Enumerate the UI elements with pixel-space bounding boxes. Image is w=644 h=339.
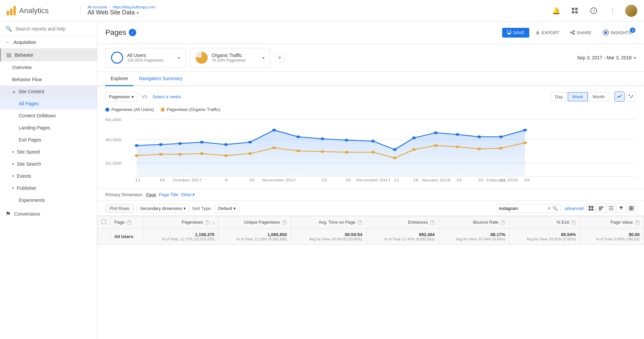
plot-rows-button[interactable]: Plot Rows xyxy=(105,204,134,213)
page-value-help-icon[interactable]: ? xyxy=(635,220,640,225)
table-view-grid[interactable] xyxy=(586,204,596,213)
sidebar-item-exit-pages[interactable]: Exit Pages xyxy=(0,134,97,146)
insights-button[interactable]: INSIGHTS 3 xyxy=(598,27,636,38)
all-users-bounce-rate-cell: 88.17% Avg for View: 87.64% (0.60%) xyxy=(439,229,509,245)
select-all-checkbox[interactable] xyxy=(102,220,106,224)
breadcrumb-account[interactable]: All accounts xyxy=(88,5,107,9)
svg-text:?: ? xyxy=(593,8,595,13)
svg-rect-7 xyxy=(508,33,510,35)
advanced-link[interactable]: advanced xyxy=(565,206,584,211)
scatter-chart-button[interactable] xyxy=(626,92,636,102)
date-range-selector[interactable]: Sep 3, 2017 - Mar 3, 2018 ▾ xyxy=(577,55,636,60)
add-segment-button[interactable]: + xyxy=(274,52,285,63)
col-header-page-value: Page Value ? xyxy=(580,216,644,229)
primary-dimension-bar: Primary Dimension: Page Page Title Other… xyxy=(97,189,644,201)
time-btn-week[interactable]: Week xyxy=(568,92,588,101)
sidebar-item-publisher[interactable]: ▾ Publisher xyxy=(0,182,97,194)
col-header-bounce-rate: Bounce Rate ? xyxy=(439,216,509,229)
sidebar-search-input[interactable] xyxy=(15,26,92,32)
sidebar-item-behavior[interactable]: ▤ Behavior xyxy=(0,48,97,61)
behavior-icon: ▤ xyxy=(6,52,11,58)
primary-dim-other-dropdown[interactable]: Other ▾ xyxy=(181,192,195,197)
segment-card-all-users[interactable]: All Users 100.00% Pageviews ▾ xyxy=(105,48,186,67)
tabs-bar: Explorer Navigation Summary xyxy=(97,72,644,86)
apps-grid-button[interactable] xyxy=(569,5,581,17)
all-users-entrances-sub: % of Total: 11.42% (8,692,691) xyxy=(371,237,435,241)
tab-explorer[interactable]: Explorer xyxy=(105,72,133,86)
account-selector[interactable]: All Web Site Data ▾ xyxy=(88,9,155,16)
logo-icon xyxy=(7,6,16,15)
bounce-rate-help-icon[interactable]: ? xyxy=(500,220,505,225)
sidebar-item-site-speed[interactable]: ▾ Site Speed xyxy=(0,146,97,158)
table-search-input[interactable] xyxy=(499,206,546,211)
table-view-list[interactable] xyxy=(606,204,616,213)
svg-point-25 xyxy=(159,143,163,146)
svg-point-14 xyxy=(630,97,632,98)
more-menu-button[interactable]: ⋮ xyxy=(606,5,619,17)
segment-name-organic: Organic Traffic xyxy=(212,53,258,58)
sidebar-item-events[interactable]: ▾ Events xyxy=(0,170,97,182)
save-button[interactable]: SAVE xyxy=(502,28,529,38)
sidebar-item-all-pages[interactable]: All Pages xyxy=(0,98,97,110)
primary-dim-page[interactable]: Page xyxy=(146,192,156,197)
all-users-pageviews-sub: % of Total: 11.17% (10,370,203) xyxy=(148,237,214,241)
segment-bar: All Users 100.00% Pageviews ▾ Organic Tr… xyxy=(97,44,644,72)
sidebar-item-landing-pages[interactable]: Landing Pages xyxy=(0,122,97,134)
all-users-pct-exit-sub: Avg for View: 83.82% (2.05%) xyxy=(514,237,576,241)
sidebar-item-content-drilldown[interactable]: Content Drilldown xyxy=(0,110,97,122)
legend-label-all-users: Pageviews (All Users) xyxy=(111,107,154,112)
table-view-filter[interactable] xyxy=(616,204,626,213)
pageviews-help-icon[interactable]: ? xyxy=(205,220,210,225)
sidebar-item-label: Exit Pages xyxy=(19,137,41,143)
sidebar-search-icon: 🔍 xyxy=(5,25,12,32)
unique-pageviews-help-icon[interactable]: ? xyxy=(282,220,287,225)
sidebar-item-behavior-flow[interactable]: Behavior Flow xyxy=(0,73,97,86)
sidebar-item-overview[interactable]: Overview xyxy=(0,61,97,73)
sidebar-item-experiments[interactable]: Experiments xyxy=(0,194,97,206)
sidebar-item-conversions[interactable]: ⚑ Conversions xyxy=(0,206,97,222)
legend-dot-orange xyxy=(161,108,165,112)
svg-point-26 xyxy=(178,142,182,145)
table-view-pivot[interactable] xyxy=(627,204,636,213)
sort-type-dropdown[interactable]: Default ▾ xyxy=(215,204,239,213)
export-button[interactable]: EXPORT xyxy=(531,28,564,38)
share-button[interactable]: SHARE xyxy=(566,28,596,38)
sidebar-item-label: All Pages xyxy=(19,101,39,106)
notifications-button[interactable]: 🔔 xyxy=(550,5,562,17)
svg-rect-87 xyxy=(629,206,631,208)
line-chart-button[interactable] xyxy=(614,92,625,102)
avg-time-help-icon[interactable]: ? xyxy=(358,220,362,225)
avatar[interactable] xyxy=(625,5,637,17)
svg-text:16: 16 xyxy=(249,178,255,182)
svg-text:9: 9 xyxy=(225,178,228,182)
sidebar-item-acquisition[interactable]: ← Acquisition xyxy=(0,36,97,48)
svg-point-43 xyxy=(159,153,163,156)
svg-rect-77 xyxy=(589,206,591,208)
svg-rect-89 xyxy=(629,209,631,210)
page-help-icon[interactable]: ? xyxy=(127,220,131,225)
breadcrumb-url[interactable]: https://blog.bufferapp.com xyxy=(113,5,155,9)
pageviews-sort-icon[interactable]: ↓ xyxy=(212,220,215,225)
svg-marker-23 xyxy=(137,130,525,176)
svg-point-33 xyxy=(344,139,348,142)
secondary-dimension-dropdown[interactable]: Secondary dimension ▾ xyxy=(137,204,190,213)
primary-dim-page-title[interactable]: Page Title xyxy=(159,192,178,197)
segment-card-organic[interactable]: Organic Traffic 76.18% Pageviews ▾ xyxy=(190,48,270,67)
pct-exit-help-icon[interactable]: ? xyxy=(571,220,576,225)
account-dropdown-arrow: ▾ xyxy=(137,10,139,15)
tab-navigation-summary[interactable]: Navigation Summary xyxy=(133,72,188,86)
search-go-icon[interactable]: 🔍 xyxy=(552,206,558,211)
entrances-help-icon[interactable]: ? xyxy=(430,220,435,225)
table-view-bar[interactable] xyxy=(596,204,606,213)
svg-point-39 xyxy=(477,135,481,138)
time-btn-day[interactable]: Day xyxy=(551,92,567,101)
help-button[interactable]: ? xyxy=(588,5,600,17)
sidebar-item-site-content[interactable]: ▲ Site Content xyxy=(0,86,97,98)
select-metric-link[interactable]: Select a metric xyxy=(153,94,181,99)
metric-dropdown[interactable]: Pageviews ▾ xyxy=(105,92,138,102)
time-btn-month[interactable]: Month xyxy=(588,92,609,101)
sidebar-item-site-search[interactable]: ▾ Site Search xyxy=(0,158,97,170)
table-controls: Plot Rows Secondary dimension ▾ Sort Typ… xyxy=(97,201,644,216)
search-clear-icon[interactable]: ✕ xyxy=(547,206,551,211)
svg-text:11: 11 xyxy=(135,178,141,182)
